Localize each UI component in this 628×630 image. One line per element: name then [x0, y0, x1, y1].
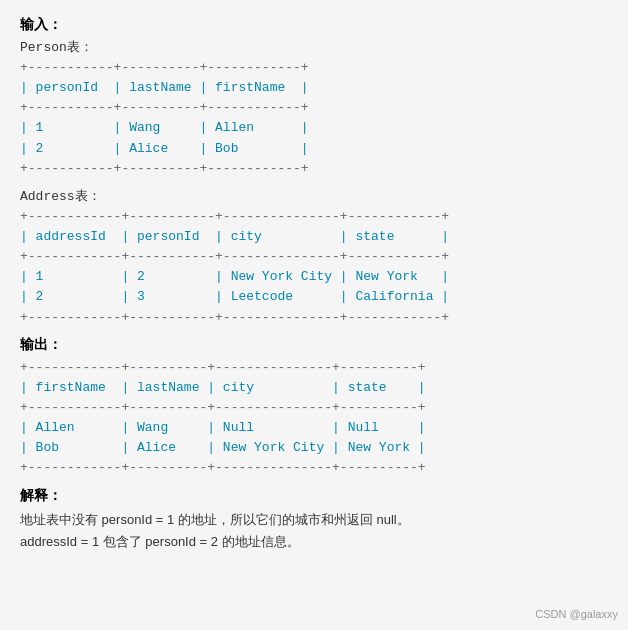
- address-table: +------------+-----------+--------------…: [20, 207, 608, 328]
- address-sep-mid: +------------+-----------+--------------…: [20, 247, 608, 267]
- address-sep-top: +------------+-----------+--------------…: [20, 207, 608, 227]
- output-row-2: | Bob | Alice | New York City | New York…: [20, 438, 608, 458]
- person-sep-top: +-----------+----------+------------+: [20, 58, 608, 78]
- output-table: +------------+----------+---------------…: [20, 358, 608, 479]
- output-row-1: | Allen | Wang | Null | Null |: [20, 418, 608, 438]
- explanation-text: 地址表中没有 personId = 1 的地址，所以它们的城市和州返回 null…: [20, 509, 608, 553]
- output-sep-top: +------------+----------+---------------…: [20, 358, 608, 378]
- explanation-section: 解释： 地址表中没有 personId = 1 的地址，所以它们的城市和州返回 …: [20, 487, 608, 553]
- output-sep-bot: +------------+----------+---------------…: [20, 458, 608, 478]
- address-section: Address表： +------------+-----------+----…: [20, 187, 608, 328]
- output-section: 输出： +------------+----------+-----------…: [20, 336, 608, 479]
- address-row-1: | 1 | 2 | New York City | New York |: [20, 267, 608, 287]
- person-header: | personId | lastName | firstName |: [20, 78, 608, 98]
- explanation-line-2: addressId = 1 包含了 personId = 2 的地址信息。: [20, 531, 608, 553]
- explanation-line-1: 地址表中没有 personId = 1 的地址，所以它们的城市和州返回 null…: [20, 509, 608, 531]
- input-label: 输入：: [20, 16, 608, 34]
- person-sep-mid: +-----------+----------+------------+: [20, 98, 608, 118]
- address-sep-bot: +------------+-----------+--------------…: [20, 308, 608, 328]
- address-row-2: | 2 | 3 | Leetcode | California |: [20, 287, 608, 307]
- person-sep-bot: +-----------+----------+------------+: [20, 159, 608, 179]
- person-table-label: Person表：: [20, 38, 608, 56]
- output-sep-mid: +------------+----------+---------------…: [20, 398, 608, 418]
- input-section: 输入： Person表： +-----------+----------+---…: [20, 16, 608, 179]
- address-table-label: Address表：: [20, 187, 608, 205]
- watermark: CSDN @galaxxy: [535, 608, 618, 620]
- explanation-label: 解释：: [20, 487, 608, 505]
- person-table: +-----------+----------+------------+ | …: [20, 58, 608, 179]
- output-header: | firstName | lastName | city | state |: [20, 378, 608, 398]
- address-header: | addressId | personId | city | state |: [20, 227, 608, 247]
- person-row-1: | 1 | Wang | Allen |: [20, 118, 608, 138]
- output-label: 输出：: [20, 336, 608, 354]
- person-row-2: | 2 | Alice | Bob |: [20, 139, 608, 159]
